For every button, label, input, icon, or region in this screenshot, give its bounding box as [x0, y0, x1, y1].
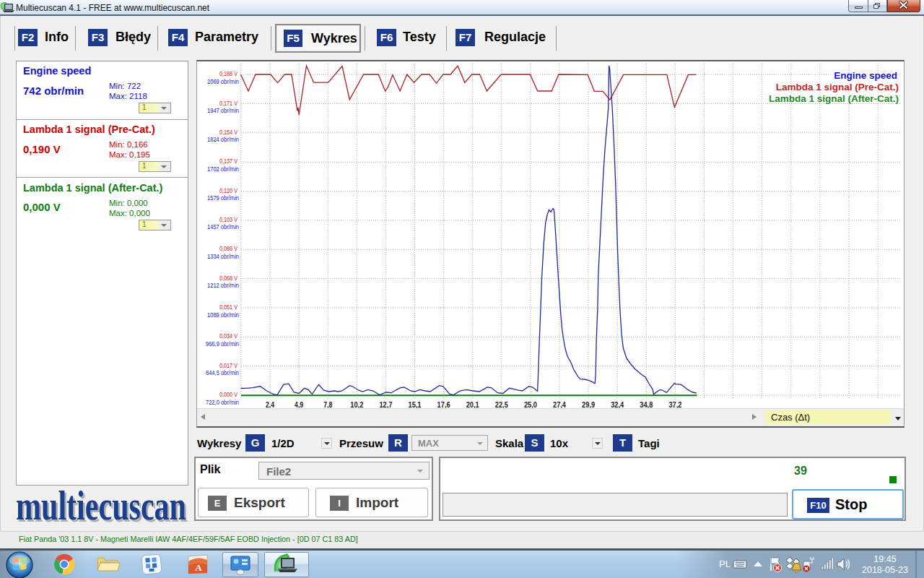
- svg-text:0,034 V: 0,034 V: [219, 332, 238, 340]
- svg-text:0,188 V: 0,188 V: [219, 69, 238, 77]
- svg-text:2018-05-23: 2018-05-23: [862, 565, 908, 575]
- svg-text:722,0 obr/min: 722,0 obr/min: [206, 398, 239, 406]
- svg-text:0,103 V: 0,103 V: [219, 215, 238, 223]
- svg-text:0,068 V: 0,068 V: [219, 274, 238, 282]
- svg-text:multiecuscan: multiecuscan: [16, 486, 186, 526]
- svg-text:0,000 V: 0,000 V: [219, 390, 238, 398]
- svg-text:2069 obr/min: 2069 obr/min: [207, 77, 239, 85]
- svg-text:0,137 V: 0,137 V: [219, 157, 238, 165]
- svg-text:1334 obr/min: 1334 obr/min: [207, 252, 239, 260]
- svg-text:0,086 V: 0,086 V: [219, 244, 238, 252]
- svg-text:1824 obr/min: 1824 obr/min: [207, 135, 239, 143]
- svg-text:966,9 obr/min: 966,9 obr/min: [206, 340, 239, 348]
- svg-text:Engine speed: Engine speed: [834, 70, 897, 81]
- svg-text:1579 obr/min: 1579 obr/min: [207, 194, 239, 202]
- svg-text:0,120 V: 0,120 V: [219, 186, 238, 194]
- svg-text:0,017 V: 0,017 V: [219, 361, 238, 369]
- svg-text:Lambda 1 signal (Pre-Cat.): Lambda 1 signal (Pre-Cat.): [776, 82, 899, 92]
- svg-text:1457 obr/min: 1457 obr/min: [207, 223, 239, 230]
- svg-text:19:45: 19:45: [873, 554, 896, 564]
- svg-text:Lambda 1 signal (After-Cat.): Lambda 1 signal (After-Cat.): [769, 93, 899, 104]
- svg-text:PL: PL: [719, 558, 731, 569]
- svg-text:0,051 V: 0,051 V: [219, 303, 238, 311]
- svg-text:1702 obr/min: 1702 obr/min: [207, 165, 239, 173]
- svg-text:1212 obr/min: 1212 obr/min: [207, 281, 239, 289]
- svg-text:0,154 V: 0,154 V: [219, 128, 238, 136]
- svg-text:1089 obr/min: 1089 obr/min: [207, 311, 239, 319]
- svg-text:0,171 V: 0,171 V: [219, 99, 238, 107]
- svg-text:1947 obr/min: 1947 obr/min: [207, 106, 239, 114]
- svg-text:A: A: [195, 562, 202, 573]
- svg-text:844,5 obr/min: 844,5 obr/min: [206, 368, 239, 376]
